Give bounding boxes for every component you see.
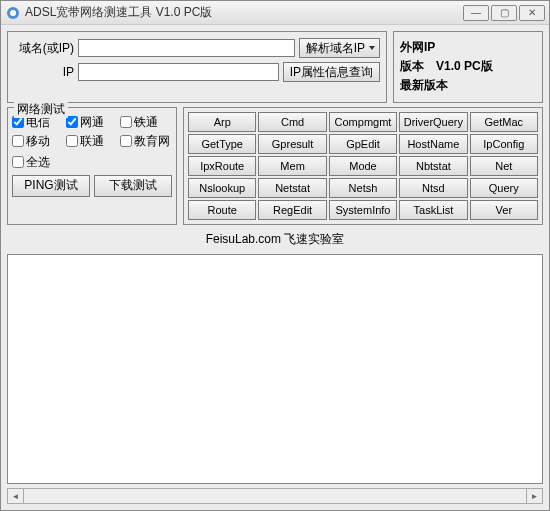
cmd-button-ver[interactable]: Ver	[470, 200, 538, 220]
isp-checkbox-5[interactable]: 教育网	[120, 133, 172, 150]
app-icon	[5, 5, 21, 21]
scroll-left-icon[interactable]: ◄	[8, 489, 24, 503]
resolve-domain-button[interactable]: 解析域名IP	[299, 38, 380, 58]
cmd-button-ntsd[interactable]: Ntsd	[399, 178, 467, 198]
cmd-button-mode[interactable]: Mode	[329, 156, 397, 176]
cmd-button-hostname[interactable]: HostName	[399, 134, 467, 154]
scroll-track[interactable]	[24, 489, 526, 503]
domain-input[interactable]	[78, 39, 295, 57]
info-panel: 外网IP 版本 V1.0 PC版 最新版本	[393, 31, 543, 103]
close-button[interactable]: ✕	[519, 5, 545, 21]
domain-label: 域名(或IP)	[14, 40, 74, 57]
horizontal-scrollbar[interactable]: ◄ ►	[7, 488, 543, 504]
maximize-button[interactable]: ▢	[491, 5, 517, 21]
network-test-group: 网络测试 电信网通铁通移动联通教育网 全选 PING测试 下载测试	[7, 107, 177, 225]
info-version: 版本 V1.0 PC版	[400, 57, 536, 76]
cmd-button-ipconfig[interactable]: IpConfig	[470, 134, 538, 154]
domain-panel: 域名(或IP) 解析域名IP IP IP属性信息查询	[7, 31, 387, 103]
commands-panel: ArpCmdCompmgmtDriverQueryGetMacGetTypeGp…	[183, 107, 543, 225]
cmd-button-query[interactable]: Query	[470, 178, 538, 198]
cmd-button-netsh[interactable]: Netsh	[329, 178, 397, 198]
cmd-button-route[interactable]: Route	[188, 200, 256, 220]
info-latest: 最新版本	[400, 76, 536, 95]
cmd-button-mem[interactable]: Mem	[258, 156, 326, 176]
info-extern-ip: 外网IP	[400, 38, 536, 57]
cmd-button-gpresult[interactable]: Gpresult	[258, 134, 326, 154]
cmd-button-systeminfo[interactable]: SystemInfo	[329, 200, 397, 220]
minimize-button[interactable]: —	[463, 5, 489, 21]
svg-point-1	[10, 10, 16, 16]
cmd-button-cmd[interactable]: Cmd	[258, 112, 326, 132]
cmd-button-regedit[interactable]: RegEdit	[258, 200, 326, 220]
cmd-button-gettype[interactable]: GetType	[188, 134, 256, 154]
ip-input[interactable]	[78, 63, 279, 81]
isp-checkbox-1[interactable]: 网通	[66, 114, 118, 131]
cmd-button-compmgmt[interactable]: Compmgmt	[329, 112, 397, 132]
network-test-title: 网络测试	[14, 101, 68, 118]
cmd-button-nslookup[interactable]: Nslookup	[188, 178, 256, 198]
titlebar: ADSL宽带网络测速工具 V1.0 PC版 — ▢ ✕	[1, 1, 549, 25]
footer-label: FeisuLab.com 飞速实验室	[7, 229, 543, 250]
window-title: ADSL宽带网络测速工具 V1.0 PC版	[25, 4, 461, 21]
output-area[interactable]	[7, 254, 543, 484]
main-window: ADSL宽带网络测速工具 V1.0 PC版 — ▢ ✕ 域名(或IP) 解析域名…	[0, 0, 550, 511]
isp-checkbox-4[interactable]: 联通	[66, 133, 118, 150]
cmd-button-netstat[interactable]: Netstat	[258, 178, 326, 198]
cmd-button-nbtstat[interactable]: Nbtstat	[399, 156, 467, 176]
cmd-button-tasklist[interactable]: TaskList	[399, 200, 467, 220]
cmd-button-net[interactable]: Net	[470, 156, 538, 176]
isp-checkbox-2[interactable]: 铁通	[120, 114, 172, 131]
ip-query-button[interactable]: IP属性信息查询	[283, 62, 380, 82]
ip-label: IP	[14, 65, 74, 79]
download-test-button[interactable]: 下载测试	[94, 175, 172, 197]
select-all-checkbox[interactable]: 全选	[12, 154, 172, 171]
content-area: 域名(或IP) 解析域名IP IP IP属性信息查询 外网IP 版本 V1.0 …	[1, 25, 549, 510]
cmd-button-driverquery[interactable]: DriverQuery	[399, 112, 467, 132]
scroll-right-icon[interactable]: ►	[526, 489, 542, 503]
cmd-button-ipxroute[interactable]: IpxRoute	[188, 156, 256, 176]
isp-checkbox-3[interactable]: 移动	[12, 133, 64, 150]
cmd-button-arp[interactable]: Arp	[188, 112, 256, 132]
cmd-button-gpedit[interactable]: GpEdit	[329, 134, 397, 154]
ping-test-button[interactable]: PING测试	[12, 175, 90, 197]
cmd-button-getmac[interactable]: GetMac	[470, 112, 538, 132]
